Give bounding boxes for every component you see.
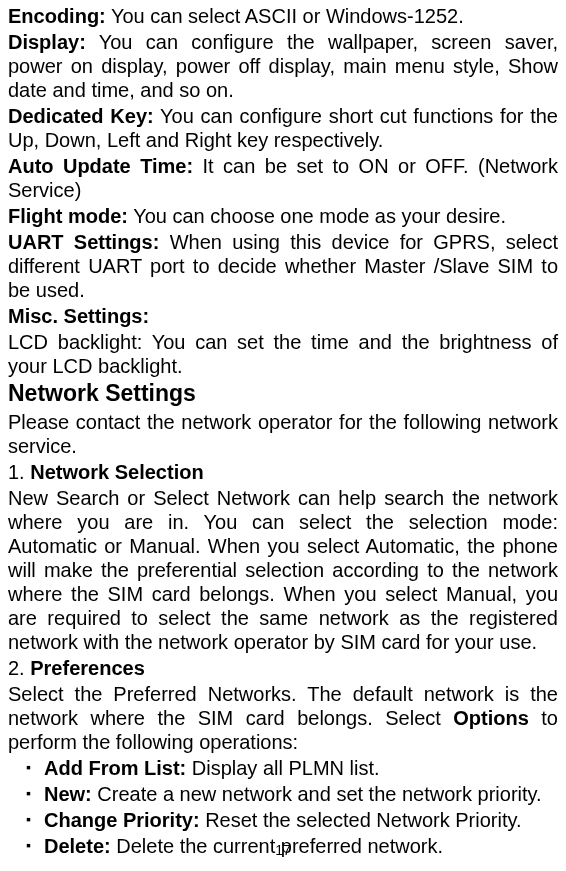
list-item: New: Create a new network and set the ne… <box>26 782 558 806</box>
item-auto-update-time: Auto Update Time: It can be set to ON or… <box>8 154 558 202</box>
section-number: 1. <box>8 461 25 483</box>
bullet-text: Reset the selected Network Priority. <box>200 809 522 831</box>
item-dedicated-key: Dedicated Key: You can configure short c… <box>8 104 558 152</box>
bullet-text: Display all PLMN list. <box>186 757 379 779</box>
item-encoding: Encoding: You can select ASCII or Window… <box>8 4 558 28</box>
item-label: UART Settings: <box>8 231 159 253</box>
network-intro: Please contact the network operator for … <box>8 410 558 458</box>
item-flight-mode: Flight mode: You can choose one mode as … <box>8 204 558 228</box>
list-item: Change Priority: Reset the selected Netw… <box>26 808 558 832</box>
item-misc-settings: Misc. Settings: <box>8 304 558 328</box>
item-text: You can select ASCII or Windows-1252. <box>106 5 464 27</box>
item-label: Auto Update Time: <box>8 155 193 177</box>
item-label: Dedicated Key: <box>8 105 154 127</box>
section-body-bold: Options <box>453 707 529 729</box>
item-label: Display: <box>8 31 86 53</box>
page-number: 17 <box>0 842 566 859</box>
section-title: Network Selection <box>30 461 203 483</box>
section-number: 2. <box>8 657 25 679</box>
item-label: Misc. Settings: <box>8 305 149 327</box>
section-1-body: New Search or Select Network can help se… <box>8 486 558 654</box>
list-item: Add From List: Display all PLMN list. <box>26 756 558 780</box>
bullet-label: Add From List: <box>44 757 186 779</box>
item-text: You can configure the wallpaper, screen … <box>8 31 558 101</box>
item-uart-settings: UART Settings: When using this device fo… <box>8 230 558 302</box>
item-display: Display: You can configure the wallpaper… <box>8 30 558 102</box>
document-content: Encoding: You can select ASCII or Window… <box>8 4 558 867</box>
bullet-label: Change Priority: <box>44 809 200 831</box>
item-label: Encoding: <box>8 5 106 27</box>
item-label: Flight mode: <box>8 205 128 227</box>
section-title: Preferences <box>30 657 145 679</box>
heading-network-settings: Network Settings <box>8 380 558 408</box>
item-text: You can choose one mode as your desire. <box>128 205 506 227</box>
section-1-title: 1. Network Selection <box>8 460 558 484</box>
misc-settings-body: LCD backlight: You can set the time and … <box>8 330 558 378</box>
section-2-title: 2. Preferences <box>8 656 558 680</box>
bullet-label: New: <box>44 783 92 805</box>
section-2-body: Select the Preferred Networks. The defau… <box>8 682 558 754</box>
bullet-text: Create a new network and set the network… <box>92 783 542 805</box>
